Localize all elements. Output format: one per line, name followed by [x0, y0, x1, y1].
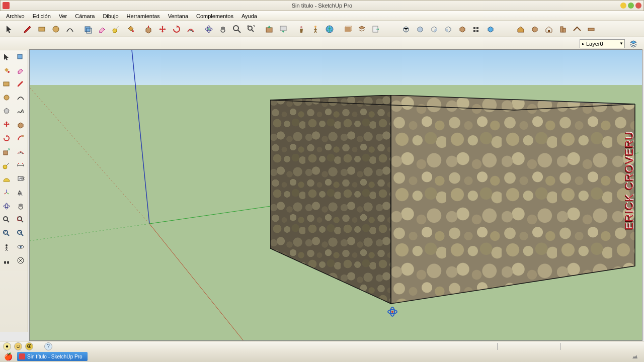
vt-zoom-window[interactable]: [14, 213, 27, 226]
layers-tool[interactable]: [355, 23, 368, 36]
vt-orbit[interactable]: [0, 200, 13, 213]
vt-line[interactable]: [14, 77, 27, 90]
svg-point-47: [7, 261, 9, 264]
svg-rect-2: [85, 27, 90, 32]
vt-rotate[interactable]: [0, 132, 13, 145]
vt-rectangle[interactable]: [0, 77, 13, 90]
vt-protractor[interactable]: [0, 172, 13, 186]
vt-pushpull[interactable]: [14, 118, 27, 131]
menu-edicion[interactable]: Edición: [29, 12, 55, 20]
status-person-icon[interactable]: ☺: [14, 342, 22, 350]
vt-text[interactable]: ABC: [14, 172, 27, 186]
figure-tool[interactable]: [309, 23, 322, 36]
menu-complementos[interactable]: Complementos: [192, 12, 237, 20]
status-geo-icon[interactable]: ⦿: [25, 342, 33, 350]
menu-ayuda[interactable]: Ayuda: [237, 12, 261, 20]
vt-component[interactable]: [14, 50, 27, 63]
vt-pan[interactable]: [14, 200, 27, 213]
paint-bucket-tool[interactable]: [124, 23, 137, 36]
vt-dimension[interactable]: [14, 159, 27, 172]
vt-tape[interactable]: [0, 159, 13, 172]
vt-walk[interactable]: [0, 254, 13, 267]
right-view-tool[interactable]: [442, 23, 455, 36]
svg-text:A: A: [19, 191, 23, 197]
help-icon[interactable]: ?: [44, 342, 52, 350]
taskbar-item[interactable]: Sin título - SketchUp Pro: [17, 352, 88, 361]
move-tool[interactable]: [156, 23, 169, 36]
vt-axes[interactable]: [0, 186, 13, 199]
vt-eraser[interactable]: [14, 64, 27, 77]
vt-followme[interactable]: [14, 132, 27, 145]
vt-look-around[interactable]: [14, 240, 27, 253]
arc-tool[interactable]: [63, 23, 76, 36]
minimize-button[interactable]: [620, 3, 626, 9]
start-menu[interactable]: 🍎: [2, 352, 14, 361]
person-tool[interactable]: [295, 23, 308, 36]
roof-tool[interactable]: [571, 23, 584, 36]
close-button[interactable]: [635, 3, 641, 9]
vt-select[interactable]: [0, 50, 13, 63]
rectangle-tool[interactable]: [35, 23, 48, 36]
pan-tool[interactable]: [216, 23, 229, 36]
vt-previous[interactable]: [0, 227, 13, 240]
menu-ventana[interactable]: Ventana: [164, 12, 192, 20]
house-tool-1[interactable]: [514, 23, 527, 36]
menu-dibujo[interactable]: Dibujo: [99, 12, 122, 20]
layer-manager-icon[interactable]: [628, 38, 639, 49]
vt-freehand[interactable]: [14, 105, 27, 118]
vt-scale[interactable]: [0, 145, 13, 158]
watermark: ERICK CROVERU: [621, 90, 638, 271]
select-tool[interactable]: [3, 23, 16, 36]
status-info-icon[interactable]: ●: [3, 342, 11, 350]
vt-offset[interactable]: [14, 145, 27, 158]
make-component-tool[interactable]: [82, 23, 95, 36]
vt-3dtext[interactable]: AA: [14, 186, 27, 199]
vt-zoom[interactable]: [0, 213, 13, 226]
menu-herramientas[interactable]: Herramientas: [123, 12, 164, 20]
zoom-tool[interactable]: [230, 23, 244, 36]
building-tool[interactable]: [556, 23, 570, 36]
svg-rect-12: [280, 26, 286, 31]
viewport[interactable]: ERICK CROVERU: [29, 49, 642, 341]
zoom-extents-tool[interactable]: [245, 23, 258, 36]
menu-archivo[interactable]: Archivo: [2, 12, 29, 20]
back-view-tool[interactable]: [456, 23, 469, 36]
vt-section[interactable]: [14, 254, 27, 267]
top-view-tool[interactable]: [414, 23, 427, 36]
svg-point-56: [391, 311, 393, 313]
svg-point-37: [6, 203, 8, 209]
house-tool-2[interactable]: [542, 23, 555, 36]
vt-position-camera[interactable]: [0, 240, 13, 253]
pencil-tool[interactable]: [21, 23, 34, 36]
maximize-button[interactable]: [628, 3, 634, 9]
circle-tool[interactable]: [49, 23, 62, 36]
box-tool[interactable]: [528, 23, 541, 36]
shaded-view-tool[interactable]: [484, 23, 497, 36]
flat-tool[interactable]: [585, 23, 598, 36]
menu-ver[interactable]: Ver: [55, 12, 71, 20]
push-pull-tool[interactable]: [142, 23, 155, 36]
vt-circle[interactable]: [0, 91, 13, 104]
tape-measure-tool[interactable]: [110, 23, 123, 36]
menu-camara[interactable]: Cámara: [71, 12, 99, 20]
vt-move[interactable]: [0, 118, 13, 131]
vt-paint[interactable]: [0, 64, 13, 77]
layer-selector[interactable]: ▸ Layer0 ▼: [580, 39, 625, 48]
front-view-tool[interactable]: [428, 23, 441, 36]
orbit-tool[interactable]: [202, 23, 215, 36]
vt-next[interactable]: [14, 227, 27, 240]
export-tool[interactable]: [369, 23, 382, 36]
tray-icon[interactable]: [630, 352, 640, 360]
get-models-tool[interactable]: [263, 23, 276, 36]
texture-tool[interactable]: [341, 23, 354, 36]
vt-arc[interactable]: [14, 91, 27, 104]
offset-tool[interactable]: [184, 23, 197, 36]
share-model-tool[interactable]: [277, 23, 290, 36]
eraser-tool[interactable]: [96, 23, 109, 36]
left-view-tool[interactable]: [470, 23, 483, 36]
iso-view-tool[interactable]: [399, 23, 413, 36]
rotate-tool[interactable]: [170, 23, 183, 36]
svg-rect-20: [560, 27, 563, 32]
globe-tool[interactable]: [323, 23, 336, 36]
vt-polygon[interactable]: [0, 105, 13, 118]
